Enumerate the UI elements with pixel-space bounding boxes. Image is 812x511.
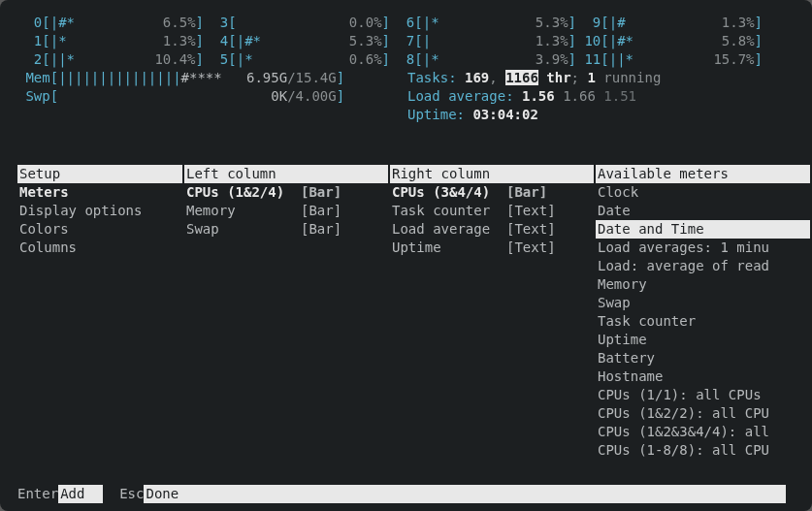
memory-meter: Mem[|||||||||||||||#****6.95G/15.4G] <box>17 69 390 87</box>
cpu-meter-6: 6[|*5.3%] <box>390 14 576 32</box>
available-meter-item[interactable]: Date and Time <box>596 220 810 239</box>
uptime-info: Uptime: 03:04:02 <box>407 106 661 124</box>
key-esc: Esc <box>119 486 144 501</box>
header: 0[|#*6.5%]3[0.0%]6[|*5.3%]9[|#1.3%]1[|*1… <box>0 14 812 124</box>
key-enter: Enter <box>17 486 58 501</box>
setup-item-colors[interactable]: Colors <box>17 220 182 239</box>
panel-right-header: Right column <box>390 165 594 183</box>
left-meter-item[interactable]: Memory [Bar] <box>184 202 388 220</box>
cpu-meter-4: 4[|#*5.3%] <box>204 32 390 50</box>
available-meter-item[interactable]: Task counter <box>596 312 810 331</box>
left-meter-item[interactable]: CPUs (1&2/4) [Bar] <box>184 183 388 202</box>
available-meter-item[interactable]: Battery <box>596 349 810 367</box>
right-meter-item[interactable]: Load average [Text] <box>390 220 594 239</box>
cpu-meter-9: 9[|#1.3%] <box>576 14 763 32</box>
done-button[interactable]: Done <box>144 485 785 503</box>
cpu-meter-2: 2[||*10.4%] <box>17 50 204 69</box>
available-meter-item[interactable]: Date <box>596 202 810 220</box>
cpu-meters: 0[|#*6.5%]3[0.0%]6[|*5.3%]9[|#1.3%]1[|*1… <box>17 14 795 69</box>
add-button[interactable]: Add <box>58 485 103 503</box>
panel-setup: Setup MetersDisplay optionsColorsColumns <box>17 165 182 476</box>
panel-avail-header: Available meters <box>596 165 810 183</box>
terminal-window: 0[|#*6.5%]3[0.0%]6[|*5.3%]9[|#1.3%]1[|*1… <box>0 0 812 511</box>
available-meter-item[interactable]: CPUs (1&2&3&4/4): all <box>596 423 810 441</box>
panel-left-column: Left column CPUs (1&2/4) [Bar]Memory [Ba… <box>184 165 388 476</box>
available-meter-item[interactable]: CPUs (1&2/2): all CPU <box>596 404 810 423</box>
available-meter-item[interactable]: Hostname <box>596 367 810 386</box>
available-meter-item[interactable]: Load: average of read <box>596 257 810 275</box>
cpu-meter-11: 11[||*15.7%] <box>576 50 763 69</box>
cpu-meter-10: 10[|#*5.8%] <box>576 32 763 50</box>
panel-available-meters: Available meters ClockDateDate and TimeL… <box>596 165 810 476</box>
setup-panels: Setup MetersDisplay optionsColorsColumns… <box>17 165 812 476</box>
cpu-meter-3: 3[0.0%] <box>204 14 390 32</box>
available-meter-item[interactable]: Uptime <box>596 331 810 349</box>
cpu-meter-8: 8[|*3.9%] <box>390 50 576 69</box>
cpu-meter-1: 1[|*1.3%] <box>17 32 204 50</box>
setup-item-display-options[interactable]: Display options <box>17 202 182 220</box>
available-meter-item[interactable]: Memory <box>596 275 810 294</box>
cpu-meter-7: 7[|1.3%] <box>390 32 576 50</box>
panel-setup-header: Setup <box>17 165 182 183</box>
left-meter-item[interactable]: Swap [Bar] <box>184 220 388 239</box>
panel-left-header: Left column <box>184 165 388 183</box>
setup-item-columns[interactable]: Columns <box>17 239 182 257</box>
available-meter-item[interactable]: Clock <box>596 183 810 202</box>
tasks-info: Tasks: 169, 1166 thr; 1 running <box>407 69 661 87</box>
right-meter-item[interactable]: CPUs (3&4/4) [Bar] <box>390 183 594 202</box>
cpu-meter-5: 5[|*0.6%] <box>204 50 390 69</box>
cpu-meter-0: 0[|#*6.5%] <box>17 14 204 32</box>
available-meter-item[interactable]: CPUs (1/1): all CPUs <box>596 386 810 404</box>
panel-right-column: Right column CPUs (3&4/4) [Bar]Task coun… <box>390 165 594 476</box>
available-meter-item[interactable]: Load averages: 1 minu <box>596 239 810 257</box>
right-meter-item[interactable]: Uptime [Text] <box>390 239 594 257</box>
right-meter-item[interactable]: Task counter [Text] <box>390 202 594 220</box>
footer-bar: EnterAdd EscDone <box>17 485 795 503</box>
available-meter-item[interactable]: Swap <box>596 294 810 312</box>
swap-meter: Swp[0K/4.00G] <box>17 87 390 106</box>
setup-item-meters[interactable]: Meters <box>17 183 182 202</box>
available-meter-item[interactable]: CPUs (1-8/8): all CPU <box>596 441 810 460</box>
loadavg-info: Load average: 1.56 1.66 1.51 <box>407 87 661 106</box>
